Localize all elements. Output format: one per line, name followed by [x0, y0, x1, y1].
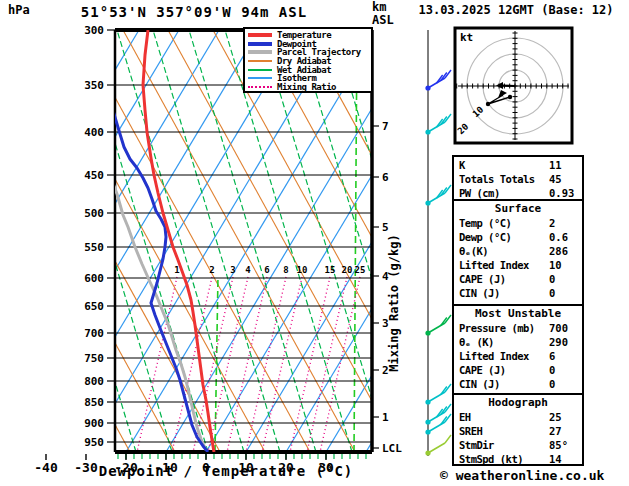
- legend: TemperatureDewpointParcel TrajectoryDry …: [243, 27, 373, 93]
- mixing-ratio-value: 25: [355, 265, 366, 275]
- pressure-tick-label: 700: [84, 327, 104, 340]
- stat-row: Dewp (°C)0.6: [456, 230, 580, 244]
- stat-value: 10: [549, 258, 580, 272]
- stat-value: 0.93: [549, 186, 580, 200]
- legend-label: Mixing Ratio: [277, 82, 336, 92]
- stat-label: CIN (J): [456, 377, 549, 391]
- stat-label: PW (cm): [456, 186, 549, 200]
- hodograph-unit-label: kt: [460, 31, 473, 44]
- pressure-tick-label: 400: [84, 126, 104, 139]
- indices-box: K11Totals Totals45PW (cm)0.93: [452, 155, 584, 201]
- stat-label: CIN (J): [456, 286, 549, 300]
- stat-value: 27: [549, 424, 580, 438]
- stat-label: StmSpd (kt): [456, 452, 549, 466]
- page-title: 51°53'N 357°09'W 94m ASL: [44, 4, 344, 20]
- mixing-ratio-lines: [137, 277, 360, 452]
- lcl-label: LCL: [382, 442, 402, 455]
- stat-label: θₑ (K): [456, 335, 549, 349]
- temperature-swatch: [248, 33, 272, 37]
- isotherm-swatch: [248, 77, 272, 79]
- stat-value: 25: [549, 410, 580, 424]
- wet-adiabat-swatch: [248, 69, 272, 71]
- stat-row: Totals Totals45: [456, 172, 580, 186]
- mixing-ratio-swatch: [248, 86, 272, 88]
- pressure-tick-label: 450: [84, 169, 104, 182]
- stat-row: CIN (J)0: [456, 286, 580, 300]
- mixing-ratio-value: 6: [264, 265, 269, 275]
- stat-label: StmDir: [456, 438, 549, 452]
- copyright: © weatheronline.co.uk: [440, 468, 604, 483]
- stat-value: 85°: [549, 438, 580, 452]
- dry-adiabat-swatch: [248, 60, 272, 62]
- stat-row: CAPE (J)0: [456, 363, 580, 377]
- km-tick-label: 1: [382, 411, 389, 424]
- stat-row: K11: [456, 158, 580, 172]
- run-datetime: 13.03.2025 12GMT (Base: 12): [404, 3, 628, 17]
- mixing-axis-title: Mixing Ratio (g/kg): [387, 234, 401, 371]
- stat-value: 2: [549, 216, 580, 230]
- stat-label: Pressure (mb): [456, 321, 549, 335]
- km-tick-label: 5: [382, 221, 389, 234]
- stat-row: StmDir85°: [456, 438, 580, 452]
- pressure-tick-label: 650: [84, 300, 104, 313]
- wind-barb-column: [425, 30, 451, 456]
- stat-row: θₑ (K)290: [456, 335, 580, 349]
- stat-label: Lifted Index: [456, 349, 549, 363]
- stat-label: Lifted Index: [456, 258, 549, 272]
- mixing-ratio-labels: 12346810152025: [174, 265, 365, 275]
- mixing-ratio-value: 2: [209, 265, 214, 275]
- stat-row: PW (cm)0.93: [456, 186, 580, 200]
- stat-value: 6: [549, 349, 580, 363]
- pressure-axis-unit: hPa: [8, 3, 30, 17]
- hodograph-plot: kt1020: [455, 28, 572, 143]
- legend-row: Mixing Ratio: [248, 83, 371, 92]
- hodograph-stats-box-header: Hodograph: [456, 396, 580, 410]
- stat-row: Pressure (mb)700: [456, 321, 580, 335]
- pressure-tick-label: 750: [84, 352, 104, 365]
- wind-barb: [425, 414, 451, 435]
- pressure-tick-label: 350: [84, 79, 104, 92]
- altitude-axis-unit: km ASL: [372, 1, 394, 27]
- pressure-tick-label: 500: [84, 207, 104, 220]
- stat-value: 290: [549, 335, 580, 349]
- hodograph-trace-point: [486, 102, 490, 106]
- pressure-tick-label: 850: [84, 396, 104, 409]
- stat-value: 11: [549, 158, 580, 172]
- stat-row: Lifted Index6: [456, 349, 580, 363]
- x-axis-title: Dewpoint / Temperature (°C): [40, 463, 412, 479]
- pressure-tick-label: 950: [84, 436, 104, 449]
- pressure-tick-label: 900: [84, 417, 104, 430]
- stat-value: 14: [549, 452, 580, 466]
- km-tick-label: 6: [382, 171, 389, 184]
- stat-row: Lifted Index10: [456, 258, 580, 272]
- mixing-ratio-value: 3: [230, 265, 235, 275]
- stat-label: K: [456, 158, 549, 172]
- sounding-screenshot: 1234681015202530035040045050055060065070…: [0, 0, 629, 486]
- most-unstable-box: Most UnstablePressure (mb)700θₑ (K)290Li…: [452, 304, 584, 395]
- stat-row: CIN (J)0: [456, 377, 580, 391]
- surface-box-header: Surface: [456, 202, 580, 216]
- stat-value: 0: [549, 286, 580, 300]
- stat-value: 0: [549, 272, 580, 286]
- wind-barb: [425, 435, 451, 456]
- stat-label: Temp (°C): [456, 216, 549, 230]
- stat-label: Dewp (°C): [456, 230, 549, 244]
- stat-value: 0.6: [549, 230, 580, 244]
- stat-value: 0: [549, 377, 580, 391]
- pressure-tick-label: 600: [84, 272, 104, 285]
- mixing-ratio-value: 10: [297, 265, 308, 275]
- wind-barb: [425, 70, 451, 91]
- stat-value: 45: [549, 172, 580, 186]
- stat-row: Temp (°C)2: [456, 216, 580, 230]
- stat-row: EH25: [456, 410, 580, 424]
- stat-label: EH: [456, 410, 549, 424]
- pressure-tick-label: 300: [84, 24, 104, 37]
- mixing-ratio-value: 4: [245, 265, 251, 275]
- stat-row: StmSpd (kt)14: [456, 452, 580, 466]
- stat-row: SREH27: [456, 424, 580, 438]
- parcel-trajectory-swatch: [248, 50, 272, 54]
- dewpoint-swatch: [248, 42, 272, 46]
- wind-barb: [425, 384, 451, 405]
- wind-barb: [425, 404, 451, 425]
- hodograph-stats-box: HodographEH25SREH27StmDir85°StmSpd (kt)1…: [452, 393, 584, 466]
